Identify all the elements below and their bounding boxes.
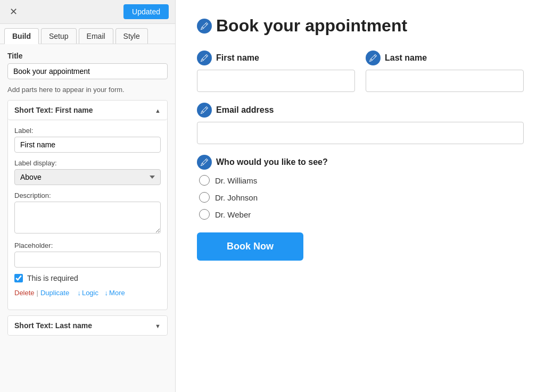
first-name-label-row: First name (197, 51, 355, 65)
right-panel: Book your appointment First name (176, 0, 545, 392)
field-card-title-firstname: Short Text: First name (14, 106, 93, 114)
title-edit-icon[interactable] (197, 19, 212, 34)
radio-dr-williams[interactable] (199, 175, 210, 186)
logic-link[interactable]: Logic (77, 289, 98, 297)
top-bar: ✕ Updated (0, 0, 175, 24)
tabs-bar: Build Setup Email Style (0, 24, 175, 44)
field-card-header-lastname[interactable]: Short Text: Last name (8, 316, 167, 335)
last-name-input[interactable] (366, 70, 524, 92)
radio-options: Dr. Williams Dr. Johnson Dr. Weber (197, 175, 524, 220)
sep1: | (37, 289, 38, 297)
field-card-body-firstname: Label: Label display: Above Below Hidden… (8, 120, 167, 310)
title-input[interactable] (7, 63, 168, 79)
form-title: Book your appointment (216, 16, 407, 36)
field-card-title-lastname: Short Text: Last name (14, 321, 92, 330)
placeholder-group: Placeholder: (14, 241, 161, 268)
email-edit-icon[interactable] (197, 103, 212, 118)
tab-setup[interactable]: Setup (41, 28, 77, 44)
description-group: Description: (14, 191, 161, 235)
arrow-down-logic-icon (77, 289, 82, 297)
chevron-up-icon (155, 106, 161, 114)
tab-email[interactable]: Email (79, 28, 113, 44)
label-input[interactable] (14, 137, 161, 153)
more-link[interactable]: More (105, 289, 125, 297)
description-label: Description: (14, 191, 161, 199)
arrow-down-more-icon (105, 289, 110, 297)
chevron-down-icon (155, 321, 161, 330)
email-field-wrapper: Email address (197, 103, 524, 144)
pencil-icon-ln (369, 54, 377, 62)
radio-label-dr-weber: Dr. Weber (215, 210, 251, 219)
last-name-label: Last name (385, 53, 427, 63)
first-name-label: First name (216, 53, 259, 63)
panel-body: Title Add parts here to appear in your f… (0, 44, 175, 392)
radio-section: Who would you like to see? Dr. Williams … (197, 155, 524, 220)
title-section: Title (7, 52, 168, 79)
radio-option-2: Dr. Weber (199, 209, 524, 220)
first-name-input[interactable] (197, 70, 355, 92)
delete-link[interactable]: Delete (14, 289, 35, 297)
placeholder-input[interactable] (14, 252, 161, 268)
required-checkbox[interactable] (14, 274, 23, 282)
action-links: Delete | Duplicate Logic More (14, 289, 161, 303)
label-group: Label: (14, 127, 161, 153)
email-label-row: Email address (197, 103, 524, 118)
book-now-button[interactable]: Book Now (197, 232, 303, 261)
field-card-header-firstname[interactable]: Short Text: First name (8, 101, 167, 120)
tab-style[interactable]: Style (115, 28, 148, 44)
placeholder-label: Placeholder: (14, 241, 161, 249)
label-display-label: Label display: (14, 159, 161, 167)
required-row: This is required (14, 274, 161, 282)
email-label: Email address (216, 105, 274, 115)
last-name-label-row: Last name (366, 51, 524, 65)
field-card-firstname: Short Text: First name Label: Label disp… (7, 100, 168, 310)
name-row: First name Last name (197, 51, 524, 92)
hint-text: Add parts here to appear in your form. (7, 86, 168, 94)
pencil-icon-radio (201, 159, 208, 166)
title-label: Title (7, 52, 168, 60)
field-card-lastname: Short Text: Last name (7, 315, 168, 336)
radio-edit-icon[interactable] (197, 155, 212, 170)
last-name-edit-icon[interactable] (366, 51, 381, 65)
pencil-icon-fn (201, 54, 208, 62)
description-textarea[interactable] (14, 202, 161, 233)
radio-option-0: Dr. Williams (199, 175, 524, 186)
updated-button[interactable]: Updated (123, 4, 169, 19)
label-display-select[interactable]: Above Below Hidden (14, 169, 161, 185)
required-label: This is required (27, 274, 78, 282)
pencil-icon (201, 22, 208, 30)
radio-label-row: Who would you like to see? (197, 155, 524, 170)
radio-label-dr-johnson: Dr. Johnson (215, 193, 258, 202)
radio-section-label: Who would you like to see? (216, 157, 328, 167)
label-field-label: Label: (14, 127, 161, 135)
first-name-edit-icon[interactable] (197, 51, 212, 65)
first-name-field: First name (197, 51, 355, 92)
radio-label-dr-williams: Dr. Williams (215, 176, 257, 185)
radio-dr-weber[interactable] (199, 209, 210, 220)
label-display-group: Label display: Above Below Hidden (14, 159, 161, 185)
radio-dr-johnson[interactable] (199, 192, 210, 203)
last-name-field: Last name (366, 51, 524, 92)
left-panel: ✕ Updated Build Setup Email Style Title … (0, 0, 176, 392)
radio-option-1: Dr. Johnson (199, 192, 524, 203)
tab-build[interactable]: Build (4, 28, 39, 44)
close-button[interactable]: ✕ (6, 5, 21, 19)
form-title-row: Book your appointment (197, 16, 524, 36)
pencil-icon-email (201, 106, 208, 114)
email-input[interactable] (197, 122, 524, 144)
duplicate-link[interactable]: Duplicate (40, 289, 69, 297)
